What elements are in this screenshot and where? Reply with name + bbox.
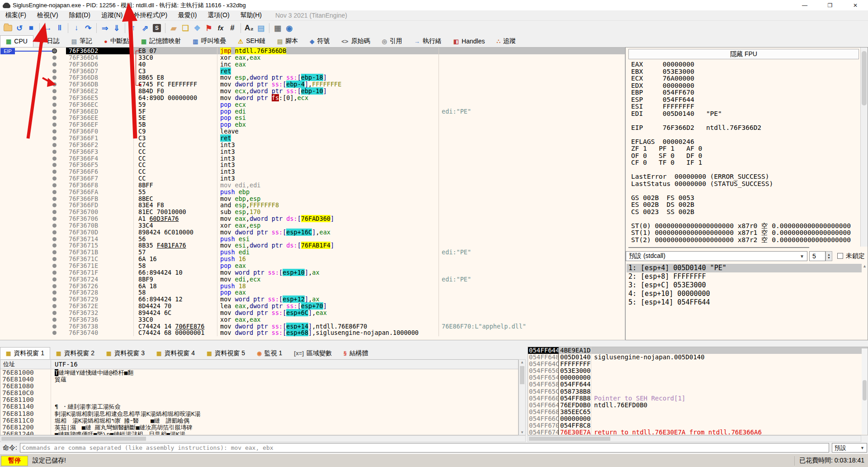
instruction-address[interactable]: 76F366E5 [66, 95, 134, 101]
breakpoint-dot-icon[interactable] [52, 110, 57, 114]
calling-convention-select[interactable]: 預設 (stdcall) ▼ [626, 251, 807, 261]
tab-source[interactable]: <>原始碼 [335, 35, 376, 47]
tab-threads[interactable]: →執行緒 [408, 35, 448, 47]
instruction-address[interactable]: 76F366FD [66, 202, 134, 209]
instruction-address[interactable]: 76F3671B [66, 249, 134, 256]
breakpoint-dot-icon[interactable] [52, 69, 57, 73]
breakpoint-gutter[interactable] [0, 54, 66, 61]
register-line[interactable]: EBP 054FF670 [631, 89, 859, 96]
scroll-up-icon[interactable]: ▲ [863, 264, 867, 268]
dump-row[interactable]: 76E811C0堀相 湯K湯煱相堀相↰㝩 膝ｰ醫 ■縺 譜㔳嶮偶 [0, 417, 518, 424]
disasm-row[interactable]: 76F366F0C9leave [0, 128, 625, 135]
tab-references[interactable]: ◎引用 [376, 35, 408, 47]
instruction-address[interactable]: 76F36738 [66, 323, 134, 330]
disasm-row[interactable]: 76F3671F66:894424 10mov word ptr ss:[esp… [0, 269, 625, 276]
breakpoint-gutter[interactable] [0, 310, 66, 316]
dump-horizontal-scrollbar[interactable] [0, 435, 526, 442]
breakpoint-gutter[interactable] [0, 182, 66, 189]
register-line[interactable]: OF 0 SF 0 DF 0 [631, 152, 859, 160]
tab-symbols[interactable]: ◆符號 [304, 35, 335, 47]
dump-row[interactable]: 76E81200英茄|濕 ■縺 羅丸彎鯝醫齭斷■縺汝髙胡箔引㩆塼碑 [0, 424, 518, 431]
stack-row[interactable]: 054FF658054FF644 [528, 381, 868, 388]
tab-breakpoints[interactable]: ●中斷點 [98, 35, 135, 47]
stack-row[interactable]: 054FF648005D0140siglusengine-nojapan.005… [528, 354, 868, 361]
breakpoint-gutter[interactable] [0, 276, 66, 283]
instruction-address[interactable]: 76F366EE [66, 114, 134, 121]
breakpoint-gutter[interactable] [0, 229, 66, 236]
breakpoint-dot-icon[interactable] [52, 183, 57, 187]
step-into-button[interactable]: ↓ [71, 22, 82, 34]
disasm-row[interactable]: 76F366D7C3ret [0, 68, 625, 75]
instruction-address[interactable]: 76F3671E [66, 262, 134, 269]
stack-horizontal-scrollbar[interactable] [528, 435, 861, 442]
argument-list[interactable]: 1: [esp+4] 005D0140 "PE"2: [esp+8] FFFFF… [627, 264, 862, 307]
minimize-button[interactable]: — [792, 0, 817, 10]
breakpoint-gutter[interactable] [0, 195, 66, 202]
instruction-address[interactable]: 76F3672E [66, 303, 134, 310]
disasm-row[interactable]: 76F367158B35 F4B1FA76mov esi,dword ptr d… [0, 242, 625, 249]
instruction-address[interactable]: 76F366D7 [66, 68, 134, 75]
disasm-row[interactable]: 76F3673633C0xor eax,eax [0, 316, 625, 323]
tab-notes[interactable]: ▤筆記 [66, 35, 98, 47]
dump-pane[interactable]: 位址 UTF-16 76E81000T縺埤縺Y縺㥇縺中縺@桰杆■翻76E8104… [0, 359, 519, 435]
stack-address[interactable]: 054FF65C [528, 388, 559, 395]
register-line[interactable]: ESP 054FF644 [631, 96, 859, 104]
disasm-row[interactable]: 76F366EC59pop ecx [0, 101, 625, 108]
disasm-row[interactable]: 76F366D640inc eax [0, 61, 625, 68]
breakpoint-gutter[interactable] [0, 289, 66, 296]
dump-row[interactable]: 76E81240■縺稱踏㗱便㕵■鑒\n■縺輻湯㶆相 日㤙相■湯K湯 [0, 431, 518, 435]
tab-dump-4[interactable]: ▦資料視窗 4 [151, 347, 201, 359]
breakpoint-gutter[interactable] [0, 215, 66, 222]
register-line[interactable]: EDI 005D0140 "PE" [631, 110, 859, 118]
menu-item[interactable]: 追蹤(N) [96, 10, 128, 20]
argument-row[interactable]: 1: [esp+4] 005D0140 "PE" [627, 264, 862, 272]
breakpoint-gutter[interactable] [0, 323, 66, 330]
breakpoint-dot-icon[interactable] [52, 324, 57, 329]
tab-dump-1[interactable]: ▦資料視窗 1 [0, 347, 50, 359]
dump-row[interactable]: 76E81080 [0, 383, 518, 390]
tab-trace[interactable]: ∴追蹤 [491, 35, 521, 47]
dump-address[interactable]: 76E81080 [0, 383, 51, 390]
instruction-address[interactable]: 76F366F0 [66, 128, 134, 135]
register-line[interactable]: LastError 00000000 (ERROR_SUCCESS) [631, 173, 859, 181]
disasm-row[interactable]: 76F36732894424 6Cmov dword ptr ss:[esp+6… [0, 310, 625, 316]
dump-row[interactable]: 76E81140¶ ・縺刲湯李湯工湯拓僉 [0, 403, 518, 410]
breakpoint-gutter[interactable] [0, 222, 66, 229]
tab-handles[interactable]: ◧Handles [448, 35, 491, 47]
disasm-row[interactable]: 76F3670D898424 6C010000mov dword ptr ss:… [0, 229, 625, 236]
stack-row[interactable]: 054FF6444BE9EA1D [528, 347, 868, 354]
pause-button[interactable]: ‖ [54, 22, 66, 34]
argument-count-spinner[interactable]: ▲▼ [826, 251, 832, 261]
comment-button[interactable]: ❏ [179, 22, 191, 34]
breakpoint-dot-icon[interactable] [52, 150, 57, 154]
instruction-address[interactable]: 76F366E2 [66, 88, 134, 95]
patch-button[interactable]: ▰ [168, 22, 179, 34]
instruction-address[interactable]: 76F366EC [66, 101, 134, 108]
disasm-row[interactable]: 76F36706A1 60D3FA76mov eax,dword ptr ds:… [0, 215, 625, 222]
skip-next-button[interactable]: ⇓ [111, 22, 123, 34]
stack-row[interactable]: 054FF67476E30E7Areturn to ntdll.76E30E7A… [528, 429, 868, 435]
instruction-address[interactable]: 76F36729 [66, 296, 134, 303]
breakpoint-gutter[interactable] [0, 256, 66, 262]
disasm-row[interactable]: 76F367266A 18push 18 [0, 283, 625, 290]
dump-address[interactable]: 76E811C0 [0, 417, 51, 424]
instruction-address[interactable]: 76F366F6 [66, 168, 134, 175]
dump-row[interactable]: 76E81180剚湯K湯堀相剫湯㤙相逮僉㤙相早湯K湯煱相堀相㫨湯K湯 [0, 410, 518, 417]
menu-item[interactable]: 最愛(I) [173, 10, 202, 20]
disasm-row[interactable]: 76F366F1C3ret [0, 135, 625, 142]
disasm-row[interactable]: 76F366F88BFFmov edi,edi [0, 182, 625, 189]
command-profile-select[interactable]: 預設 ▼ [832, 443, 867, 453]
menu-item[interactable]: 除錯(D) [64, 10, 96, 20]
disasm-row[interactable]: 76F367248BF9mov edi,ecxedi:"PE" [0, 276, 625, 283]
close-button[interactable]: ■ [25, 22, 37, 34]
argument-row[interactable]: 5: [esp+14] 054FF644 [627, 298, 862, 307]
stack-address[interactable]: 054FF674 [528, 429, 559, 435]
breakpoint-dot-icon[interactable] [52, 89, 57, 93]
stack-address[interactable]: 054FF654 [528, 374, 559, 381]
disasm-row[interactable]: 76F3671456push esi [0, 236, 625, 243]
breakpoint-gutter[interactable] [0, 101, 66, 108]
register-line[interactable] [631, 187, 859, 195]
breakpoint-dot-icon[interactable] [52, 311, 57, 315]
dump-row[interactable]: 76E81040貿蘊 [0, 376, 518, 383]
menu-item[interactable]: 外掛程式(P) [128, 10, 173, 20]
